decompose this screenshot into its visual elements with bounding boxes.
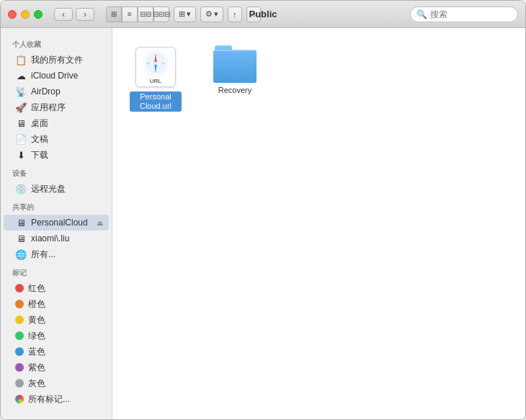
folder-icon [213, 45, 257, 83]
sidebar-item-tag-red[interactable]: 红色 [4, 280, 109, 296]
sidebar-item-documents[interactable]: 📄 文稿 [4, 131, 109, 147]
file-area: URL Personal Cloud.url Recovery [112, 28, 525, 419]
coverflow-view-button[interactable]: ⊟⊟⊟ [153, 6, 169, 22]
action-chevron: ▾ [214, 9, 218, 19]
all-shared-icon: 🌐 [15, 249, 27, 260]
file-name-recovery: Recovery [218, 86, 251, 95]
sidebar-item-icloud-drive[interactable]: ☁ iCloud Drive [4, 68, 109, 84]
desktop-icon: 🖥 [15, 117, 27, 129]
tag-all-dot [15, 395, 24, 403]
sidebar-item-downloads[interactable]: ⬇ 下载 [4, 147, 109, 163]
titlebar: ‹ › ⊞ ≡ ⊟⊟ ⊟⊟⊟ ⊞ ▾ ⚙ ▾ ↑ ○ [1, 1, 525, 28]
sidebar-item-airdrop-label: AirDrop [31, 86, 61, 97]
sidebar-item-airdrop[interactable]: 📡 AirDrop [4, 84, 109, 99]
sidebar-item-tag-red-label: 红色 [28, 282, 45, 295]
sidebar-item-all-files[interactable]: 📋 我的所有文件 [4, 52, 109, 68]
sidebar-item-all-shared[interactable]: 🌐 所有... [4, 246, 109, 262]
sidebar-item-tag-green[interactable]: 绿色 [4, 328, 109, 344]
sidebar-item-tag-gray-label: 灰色 [28, 377, 45, 390]
view-mode-buttons: ⊞ ≡ ⊟⊟ ⊟⊟⊟ [106, 6, 169, 22]
share-button[interactable]: ↑ [228, 6, 242, 22]
all-files-icon: 📋 [15, 54, 27, 66]
nav-buttons: ‹ › [54, 8, 94, 21]
personal-cloud-icon: 🖥 [15, 217, 27, 228]
sidebar-item-tag-blue[interactable]: 蓝色 [4, 344, 109, 359]
arrange-button[interactable]: ⊞ ▾ [174, 6, 196, 22]
sidebar-item-personal-cloud[interactable]: 🖥 PersonalCloud ⏏ [4, 215, 109, 231]
tag-red-dot [15, 284, 24, 292]
sidebar-item-personal-cloud-label: PersonalCloud [31, 218, 88, 228]
file-item-personal-cloud-url[interactable]: URL Personal Cloud.url [127, 43, 184, 115]
sidebar-item-tag-green-label: 绿色 [28, 330, 45, 342]
shared-header: 共享的 [1, 197, 112, 215]
url-text: URL [150, 78, 161, 84]
url-file-icon: URL [134, 45, 177, 89]
maximize-button[interactable] [34, 10, 43, 19]
forward-button[interactable]: › [76, 8, 94, 21]
sidebar-item-all-shared-label: 所有... [31, 249, 55, 261]
sidebar-item-desktop-label: 桌面 [31, 117, 48, 130]
sidebar-item-tag-purple[interactable]: 紫色 [4, 359, 109, 375]
sidebar-item-remote-disk[interactable]: 💿 远程光盘 [4, 181, 109, 197]
action-button[interactable]: ⚙ ▾ [200, 6, 223, 22]
search-icon: 🔍 [416, 9, 427, 19]
file-name-personal-cloud-url: Personal Cloud.url [130, 91, 182, 112]
sidebar-item-downloads-label: 下载 [31, 149, 48, 161]
close-button[interactable] [8, 10, 17, 19]
tags-header: 标记 [1, 262, 112, 280]
airdrop-icon: 📡 [15, 86, 27, 97]
tag-gray-dot [15, 379, 24, 388]
svg-point-4 [154, 62, 157, 65]
traffic-lights [8, 10, 43, 19]
arrange-chevron: ▾ [187, 9, 191, 19]
devices-header: 设备 [1, 163, 112, 181]
remote-disk-icon: 💿 [15, 183, 27, 195]
tag-yellow-dot [15, 316, 24, 324]
sidebar-item-all-files-label: 我的所有文件 [31, 54, 83, 66]
column-view-button[interactable]: ⊟⊟ [138, 6, 153, 22]
sidebar-item-tag-blue-label: 蓝色 [28, 346, 45, 358]
sidebar-item-tag-orange[interactable]: 橙色 [4, 296, 109, 312]
sidebar-item-applications-label: 应用程序 [31, 102, 66, 114]
sidebar: 个人收藏 📋 我的所有文件 ☁ iCloud Drive 📡 AirDrop 🚀… [1, 28, 112, 419]
sidebar-item-tag-orange-label: 橙色 [28, 298, 45, 310]
xiaomi-liu-icon: 🖥 [15, 233, 27, 244]
sidebar-item-tag-all[interactable]: 所有标记... [4, 391, 109, 407]
file-item-recovery[interactable]: Recovery [206, 43, 264, 98]
sidebar-item-tag-all-label: 所有标记... [28, 393, 70, 406]
tag-orange-dot [15, 300, 24, 308]
share-icon: ↑ [233, 10, 237, 19]
minimize-button[interactable] [21, 10, 30, 19]
tag-blue-dot [15, 347, 24, 356]
back-button[interactable]: ‹ [54, 8, 73, 21]
icloud-icon: ☁ [15, 70, 27, 81]
eject-icon[interactable]: ⏏ [97, 219, 103, 227]
personal-header: 个人收藏 [1, 34, 112, 52]
sidebar-item-documents-label: 文稿 [31, 133, 48, 146]
sidebar-item-desktop[interactable]: 🖥 桌面 [4, 115, 109, 131]
gear-icon: ⚙ [205, 9, 213, 19]
arrange-icon: ⊞ [179, 9, 185, 19]
list-view-button[interactable]: ≡ [122, 6, 138, 22]
downloads-icon: ⬇ [15, 149, 27, 161]
sidebar-item-tag-gray[interactable]: 灰色 [4, 375, 109, 391]
sidebar-item-tag-yellow[interactable]: 黄色 [4, 312, 109, 328]
window-title: Public [249, 9, 277, 19]
sidebar-item-tag-yellow-label: 黄色 [28, 314, 45, 326]
tag-purple-dot [15, 363, 24, 372]
toolbar: ⊞ ≡ ⊟⊟ ⊟⊟⊟ ⊞ ▾ ⚙ ▾ ↑ ○ [106, 6, 261, 22]
sidebar-item-remote-disk-label: 远程光盘 [31, 183, 66, 195]
sidebar-item-xiaomi-liu[interactable]: 🖥 xiaomi\.liu [4, 231, 109, 246]
icon-view-button[interactable]: ⊞ [106, 6, 122, 22]
applications-icon: 🚀 [15, 102, 27, 113]
main-content: 个人收藏 📋 我的所有文件 ☁ iCloud Drive 📡 AirDrop 🚀… [1, 28, 525, 419]
sidebar-item-icloud-label: iCloud Drive [31, 71, 78, 81]
documents-icon: 📄 [15, 133, 27, 145]
sidebar-item-applications[interactable]: 🚀 应用程序 [4, 99, 109, 115]
tag-green-dot [15, 331, 24, 340]
search-input[interactable] [430, 9, 509, 19]
safari-icon-svg [143, 50, 169, 76]
sidebar-item-xiaomi-liu-label: xiaomi\.liu [31, 233, 69, 243]
search-box[interactable]: 🔍 [410, 6, 518, 22]
sidebar-item-tag-purple-label: 紫色 [28, 362, 45, 374]
